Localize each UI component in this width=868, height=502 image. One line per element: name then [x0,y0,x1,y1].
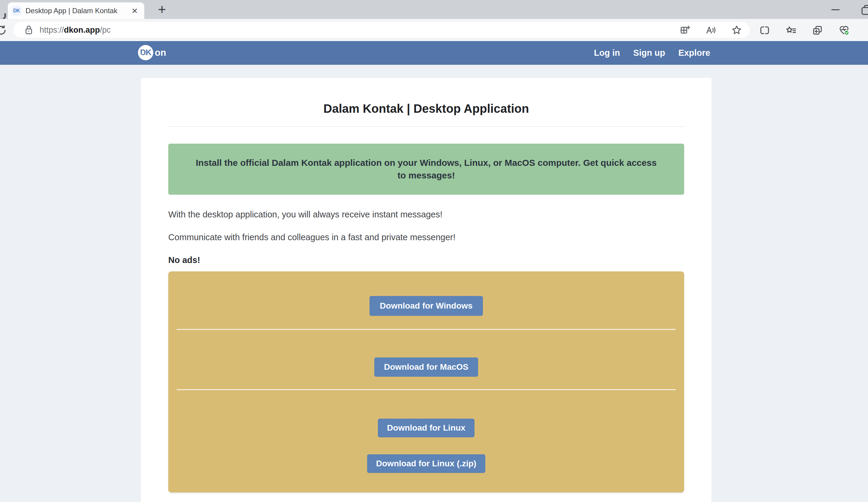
panel-divider-1 [177,329,676,330]
refresh-icon [0,24,8,36]
paragraph-instant-messages: With the desktop application, you will a… [168,209,684,220]
macos-row: Download for MacOS [168,357,684,377]
browser-toolbar: https://dkon.app/pc [0,19,868,41]
lock-icon[interactable] [24,24,34,35]
download-linux-zip-button[interactable]: Download for Linux (.zip) [367,454,485,473]
url-scheme: https:// [40,25,64,34]
url-domain: dkon.app [64,25,100,34]
split-screen-icon [759,25,770,36]
grid-plus-icon [680,25,691,35]
address-bar-actions [680,24,742,35]
address-bar[interactable]: https://dkon.app/pc [13,22,750,38]
browser-tab-bar: DK Desktop App | Dalam Kontak × + [0,0,868,19]
tab-title: Desktop App | Dalam Kontak [25,7,117,15]
read-aloud-button[interactable] [705,25,716,35]
panel-divider-2 [177,389,676,390]
tab-close-icon[interactable]: × [128,2,141,19]
nav-links: Log in Sign up Explore [594,41,710,65]
title-divider [168,126,684,127]
favorite-star-icon [731,24,742,35]
site-navbar: DK on Log in Sign up Explore [0,41,868,65]
window-restore-button[interactable] [861,5,868,15]
content-inner: Dalam Kontak | Desktop Application Insta… [168,102,684,492]
browser-essentials-button[interactable] [838,24,850,36]
read-aloud-icon [705,25,716,35]
favorite-star-button[interactable] [731,24,742,35]
favorites-list-button[interactable] [786,25,797,36]
downloads-panel: Download for Windows Download for MacOS … [168,271,684,492]
content-card: Dalam Kontak | Desktop Application Insta… [141,78,711,502]
nav-link-explore[interactable]: Explore [679,48,710,58]
windows-row: Download for Windows [168,296,684,316]
collections-button[interactable] [812,25,823,36]
nav-link-login[interactable]: Log in [594,48,620,58]
download-macos-button[interactable]: Download for MacOS [374,357,478,377]
split-screen-button[interactable] [759,25,770,36]
nav-link-signup[interactable]: Sign up [633,48,665,58]
browser-essentials-icon [838,24,850,36]
page-background: Dalam Kontak | Desktop Application Insta… [0,65,868,502]
favorites-list-icon [786,25,797,36]
toolbar-actions [759,24,850,36]
refresh-button[interactable] [0,24,8,36]
download-linux-button[interactable]: Download for Linux [378,419,474,437]
linux-row: Download for Linux [168,419,684,437]
dk-logo-bubble-icon: DK [138,45,153,60]
url-text: https://dkon.app/pc [40,25,111,35]
install-banner: Install the official Dalam Kontak applic… [168,144,684,195]
new-tab-button[interactable]: + [154,1,170,18]
site-logo[interactable]: DK on [138,45,166,60]
grid-plus-button[interactable] [680,25,691,35]
logo-suffix: on [155,48,166,58]
cropped-edge-icon [0,10,7,19]
paragraph-communicate: Communicate with friends and colleagues … [168,232,684,243]
browser-tab[interactable]: DK Desktop App | Dalam Kontak × [8,2,144,19]
window-minimize-button[interactable] [831,9,839,10]
collections-icon [812,25,823,36]
restore-icon [861,5,868,15]
page-title: Dalam Kontak | Desktop Application [168,102,684,115]
linux-zip-row: Download for Linux (.zip) [168,454,684,473]
download-windows-button[interactable]: Download for Windows [370,296,483,316]
dk-favicon-icon: DK [12,6,21,15]
no-ads-text: No ads! [168,254,684,265]
url-path: /pc [100,25,111,34]
